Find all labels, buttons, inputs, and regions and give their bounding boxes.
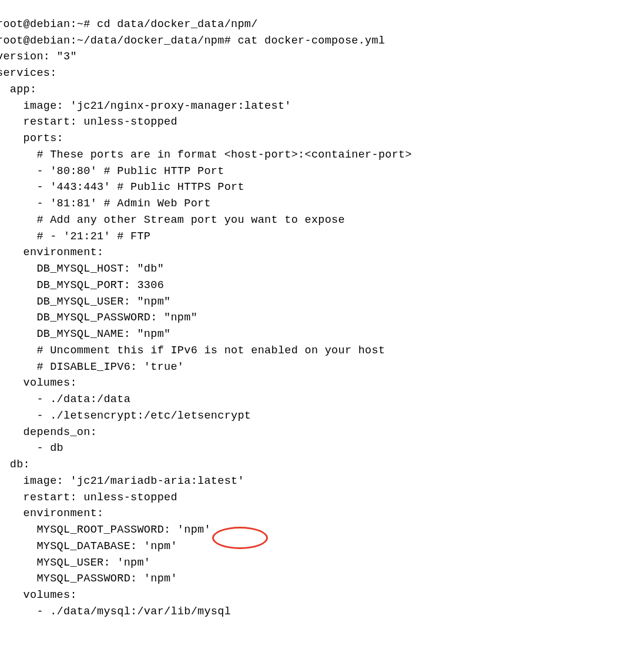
terminal-line: # DISABLE_IPV6: 'true' bbox=[0, 359, 644, 376]
terminal-line: MYSQL_USER: 'npm' bbox=[0, 555, 644, 571]
terminal-line: MYSQL_DATABASE: 'npm' bbox=[0, 538, 644, 555]
terminal-line: app: bbox=[0, 82, 644, 98]
terminal-cursor: ▂ bbox=[284, 640, 291, 649]
terminal-line: DB_MYSQL_NAME: "npm" bbox=[0, 326, 644, 343]
terminal-line: MYSQL_PASSWORD: 'npm' bbox=[0, 571, 644, 587]
terminal-line: environment: bbox=[0, 506, 644, 522]
terminal-line: DB_MYSQL_HOST: "db" bbox=[0, 261, 644, 277]
terminal-output[interactable]: root@debian:~# cd data/docker_data/npm/r… bbox=[0, 0, 644, 620]
terminal-line: # Uncomment this if IPv6 is not enabled … bbox=[0, 343, 644, 359]
terminal-line: # These ports are in format <host-port>:… bbox=[0, 147, 644, 163]
terminal-line: DB_MYSQL_PORT: 3306 bbox=[0, 277, 644, 294]
terminal-line: volumes: bbox=[0, 587, 644, 604]
terminal-line: - ./data:/data bbox=[0, 392, 644, 408]
terminal-line: DB_MYSQL_PASSWORD: "npm" bbox=[0, 310, 644, 326]
terminal-line: volumes: bbox=[0, 375, 644, 392]
terminal-line: # - '21:21' # FTP bbox=[0, 229, 644, 245]
terminal-line: db: bbox=[0, 457, 644, 473]
terminal-line: - ./letsencrypt:/etc/letsencrypt bbox=[0, 408, 644, 424]
terminal-line: root@debian:~/data/docker_data/npm# cat … bbox=[0, 33, 644, 49]
terminal-line: environment: bbox=[0, 245, 644, 261]
terminal-line: - '81:81' # Admin Web Port bbox=[0, 196, 644, 212]
terminal-line: - ./data/mysql:/var/lib/mysql bbox=[0, 604, 644, 620]
terminal-line: version: "3" bbox=[0, 49, 644, 65]
terminal-line: root@debian:~# cd data/docker_data/npm/ bbox=[0, 16, 644, 33]
terminal-line: restart: unless-stopped bbox=[0, 490, 644, 506]
terminal-line: - db bbox=[0, 440, 644, 457]
terminal-line: - '443:443' # Public HTTPS Port bbox=[0, 179, 644, 196]
terminal-line: image: 'jc21/mariadb-aria:latest' bbox=[0, 473, 644, 490]
terminal-line: # Add any other Stream port you want to … bbox=[0, 212, 644, 229]
terminal-line: restart: unless-stopped bbox=[0, 114, 644, 131]
terminal-line: depends_on: bbox=[0, 424, 644, 441]
terminal-line: - '80:80' # Public HTTP Port bbox=[0, 163, 644, 180]
terminal-line: DB_MYSQL_USER: "npm" bbox=[0, 294, 644, 310]
terminal-line: MYSQL_ROOT_PASSWORD: 'npm' bbox=[0, 522, 644, 538]
terminal-line: ports: bbox=[0, 131, 644, 147]
terminal-line: image: 'jc21/nginx-proxy-manager:latest' bbox=[0, 98, 644, 115]
terminal-line: services: bbox=[0, 65, 644, 82]
